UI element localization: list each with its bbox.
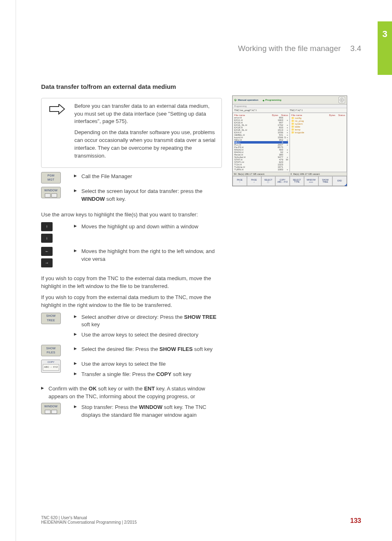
left-margin-rule bbox=[16, 0, 16, 541]
window-softkey-label: WINDOW bbox=[44, 404, 58, 409]
scr-softkey: SELECT ▢ bbox=[261, 176, 276, 186]
step-copy: Transfer a single file: Press the COPY s… bbox=[74, 371, 222, 378]
file-row: 📁 nc_prog bbox=[291, 119, 345, 122]
copy-softkey-label: COPY bbox=[47, 360, 54, 364]
scr-softkey: WINDOW ▭▭ bbox=[304, 176, 318, 186]
scr-softkey: PAGE ↓ bbox=[247, 176, 261, 186]
scr-softkey: SELECT TYPE bbox=[290, 176, 304, 186]
footer-line2: HEIDENHAIN Conversational Programming | … bbox=[41, 520, 137, 525]
header-section-number: 3.4 bbox=[350, 44, 361, 53]
step-confirm: Confirm with the OK soft key or with the… bbox=[41, 385, 222, 401]
note-box: Before you can transfer data to an exter… bbox=[41, 98, 222, 168]
scr-mode-right: Programming bbox=[265, 99, 281, 101]
note-paragraph: Before you can transfer data to an exter… bbox=[74, 102, 217, 126]
step-move-leftright: Moves the highlight from the right to th… bbox=[74, 248, 222, 263]
page-number: 133 bbox=[350, 517, 361, 525]
file-row: 📁 table bbox=[291, 125, 345, 128]
arrow-up-key[interactable]: ↑ bbox=[41, 222, 53, 231]
arrow-right-key[interactable]: → bbox=[41, 258, 53, 267]
scr-path-left: TNC:\nc_prog\*.H;*.I bbox=[234, 109, 290, 111]
svg-point-1 bbox=[341, 100, 343, 101]
window-softkey-icons bbox=[45, 410, 57, 414]
arrow-intro: Use the arrow keys to highlight the file… bbox=[41, 211, 222, 219]
arrow-left-key[interactable]: ← bbox=[41, 247, 53, 256]
file-row: 📁 temp bbox=[291, 128, 345, 131]
arrow-down-key[interactable]: ↓ bbox=[41, 234, 53, 243]
step-call-file-manager: Call the File Manager bbox=[74, 173, 222, 181]
step-stop-transfer: Stop transfer: Press the WINDOW soft key… bbox=[74, 404, 222, 419]
scr-softkey: PAGE ↑ bbox=[233, 176, 247, 186]
main-content: Data transfer to/from an external data m… bbox=[41, 82, 222, 425]
step-arrow-file: Use the arrow keys to select the file bbox=[74, 360, 222, 368]
header-title: Working with the file manager bbox=[238, 44, 341, 53]
scr-status-right: 0 file(s) 186.17 GB vacant bbox=[289, 173, 346, 175]
scr-softkey: SHOW TREE bbox=[318, 176, 333, 186]
footer-line1: TNC 620 | User's Manual bbox=[41, 515, 137, 520]
window-softkey-label: WINDOW bbox=[44, 188, 58, 193]
note-arrow-icon bbox=[49, 104, 65, 116]
window-softkey[interactable]: WINDOW bbox=[41, 403, 61, 414]
copy-direction-p1: If you wish to copy from the TNC to the … bbox=[41, 275, 222, 290]
copy-softkey-strip: ABC → XYZ bbox=[43, 364, 59, 371]
step-arrow-directory: Use the arrow keys to select the desired… bbox=[74, 331, 222, 339]
step-move-updown: Moves the highlight up and down within a… bbox=[74, 223, 222, 231]
scr-power-icon: ⏻ bbox=[234, 99, 237, 101]
pgm-mgt-key[interactable]: PGM MGT bbox=[41, 172, 61, 183]
file-manager-screenshot: ⏻ Manual operation ◆ Programming Program… bbox=[232, 95, 347, 186]
scr-softkey: COPY ABC→XYZ bbox=[275, 176, 290, 186]
file-row: 📁 system bbox=[291, 122, 345, 125]
scr-status-left: 54 file(s) 186.17 GB vacant bbox=[234, 173, 289, 175]
page-footer: TNC 620 | User's Manual HEIDENHAIN Conve… bbox=[41, 515, 361, 525]
chapter-tab: 3 bbox=[378, 21, 392, 75]
step-show-tree: Select another drive or directory: Press… bbox=[74, 313, 222, 329]
window-softkey-icons bbox=[45, 193, 57, 197]
window-softkey[interactable]: WINDOW bbox=[41, 187, 61, 198]
scr-mode-left: Manual operation bbox=[238, 99, 258, 101]
copy-softkey[interactable]: COPY ABC → XYZ bbox=[41, 360, 61, 373]
file-row: TURN.H1083+ bbox=[234, 168, 288, 171]
show-files-softkey[interactable]: SHOW FILES bbox=[41, 345, 61, 356]
file-row: 📁 config bbox=[291, 116, 345, 119]
file-row: 📁 tncguide bbox=[291, 131, 345, 134]
scr-left-pane: File nameBytesStatus error.H856EX11.H196… bbox=[233, 113, 290, 172]
page-header: Working with the file manager 3.4 bbox=[238, 44, 361, 53]
scr-right-pane: File nameBytesStatus 📁 config📁 nc_prog📁 … bbox=[290, 113, 347, 172]
step-select-layout: Select the screen layout for data transf… bbox=[74, 188, 222, 203]
copy-direction-p2: If you wish to copy from the external da… bbox=[41, 294, 222, 309]
step-show-files: Select the desired file: Press the SHOW … bbox=[74, 346, 222, 353]
scr-mode-icon: ◆ bbox=[263, 99, 265, 102]
gear-icon bbox=[339, 97, 345, 103]
note-paragraph: Depending on the data transfer software … bbox=[74, 129, 217, 160]
show-tree-softkey[interactable]: SHOW TREE bbox=[41, 313, 61, 324]
scr-path-right: TNC:\*.H;*.I bbox=[290, 109, 345, 111]
section-heading: Data transfer to/from an external data m… bbox=[41, 82, 222, 91]
